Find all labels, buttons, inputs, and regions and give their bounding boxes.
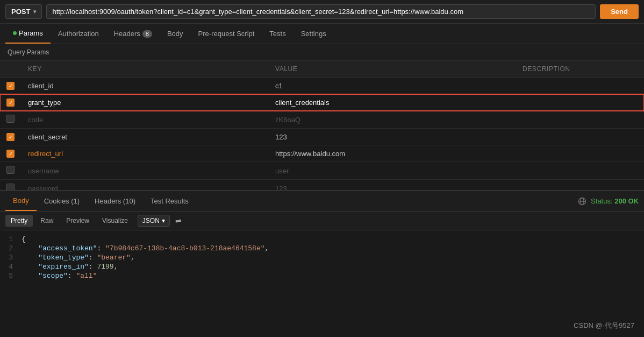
line-content: "access_token": "7b984c67-138b-4ac8-b013…	[22, 244, 269, 252]
response-format-tabs: Pretty Raw Preview Visualize JSON ▾ ⇌	[0, 212, 644, 230]
line-content: {	[22, 235, 26, 243]
row-key: grant_type	[22, 94, 269, 111]
tab-headers[interactable]: Headers 8	[106, 24, 160, 43]
url-bar: POST ▾ Send	[0, 0, 644, 24]
row-description	[516, 78, 644, 94]
headers-badge: 8	[142, 30, 152, 38]
params-table-container: KEY VALUE DESCRIPTION client_idc1grant_t…	[0, 61, 644, 190]
line-content: "expires_in": 7199,	[22, 263, 118, 271]
tab-params[interactable]: Params	[5, 24, 51, 44]
res-tab-preview[interactable]: Preview	[61, 215, 95, 227]
row-key: redirect_url	[22, 145, 269, 162]
code-line: 1{	[0, 235, 644, 244]
tab-test-results[interactable]: Test Results	[143, 192, 196, 210]
method-label: POST	[11, 8, 30, 16]
params-table: KEY VALUE DESCRIPTION client_idc1grant_t…	[0, 61, 644, 190]
wrap-icon[interactable]: ⇌	[172, 215, 185, 227]
row-checkbox[interactable]	[6, 133, 15, 141]
row-description	[516, 111, 644, 129]
tab-body[interactable]: Body	[160, 24, 191, 43]
tab-prerequest[interactable]: Pre-request Script	[191, 24, 262, 43]
code-line: 3 "token_type": "bearer",	[0, 253, 644, 262]
line-number: 4	[0, 263, 22, 271]
col-description: DESCRIPTION	[516, 61, 644, 78]
tab-settings[interactable]: Settings	[294, 24, 334, 43]
chevron-down-icon: ▾	[33, 9, 36, 15]
row-description	[516, 180, 644, 191]
row-checkbox[interactable]	[6, 184, 15, 190]
table-row: usernameuser	[0, 162, 644, 180]
code-area: 1{2 "access_token": "7b984c67-138b-4ac8-…	[0, 230, 644, 285]
bottom-tabs-row: Body Cookies (1) Headers (10) Test Resul…	[0, 191, 644, 212]
code-line: 4 "expires_in": 7199,	[0, 262, 644, 271]
row-value: user	[269, 162, 516, 180]
code-line: 5 "scope": "all"	[0, 271, 644, 280]
table-row: password123	[0, 180, 644, 191]
url-input[interactable]	[46, 4, 596, 19]
row-checkbox[interactable]	[6, 150, 15, 158]
table-row: client_secret123	[0, 129, 644, 145]
col-value: VALUE	[269, 61, 516, 78]
main-tabs: Params Authorization Headers 8 Body Pre-…	[0, 24, 644, 44]
row-value: 123	[269, 129, 516, 145]
line-content: "scope": "all"	[22, 272, 97, 280]
chevron-json-icon: ▾	[162, 217, 165, 224]
row-key: code	[22, 111, 269, 129]
row-value: 123	[269, 180, 516, 191]
tab-authorization[interactable]: Authorization	[51, 24, 106, 43]
tab-cookies[interactable]: Cookies (1)	[37, 192, 87, 210]
globe-icon	[578, 197, 586, 206]
bottom-section: Body Cookies (1) Headers (10) Test Resul…	[0, 190, 644, 285]
row-value: c1	[269, 78, 516, 94]
row-description	[516, 94, 644, 111]
watermark: CSDN @-代号9527	[574, 321, 634, 331]
status-text: Status: 200 OK	[591, 197, 639, 205]
code-line: 2 "access_token": "7b984c67-138b-4ac8-b0…	[0, 244, 644, 253]
table-row: grant_typeclient_credentials	[0, 94, 644, 111]
query-params-label: Query Params	[0, 44, 644, 61]
row-value: https://www.baidu.com	[269, 145, 516, 162]
res-tab-pretty[interactable]: Pretty	[5, 215, 33, 227]
row-key: username	[22, 162, 269, 180]
row-checkbox[interactable]	[6, 82, 15, 90]
send-button[interactable]: Send	[600, 4, 639, 19]
status-area: Status: 200 OK	[578, 197, 639, 206]
line-number: 1	[0, 235, 22, 243]
row-checkbox[interactable]	[6, 166, 15, 174]
row-checkbox[interactable]	[6, 115, 15, 123]
line-number: 2	[0, 244, 22, 252]
col-checkbox	[0, 61, 22, 78]
res-tab-raw[interactable]: Raw	[35, 215, 59, 227]
row-value: client_credentials	[269, 94, 516, 111]
params-dot	[13, 31, 17, 35]
row-key: client_id	[22, 78, 269, 94]
row-key: password	[22, 180, 269, 191]
table-row: redirect_urlhttps://www.baidu.com	[0, 145, 644, 162]
tab-tests[interactable]: Tests	[262, 24, 293, 43]
row-description	[516, 129, 644, 145]
method-select[interactable]: POST ▾	[5, 4, 42, 19]
line-content: "token_type": "bearer",	[22, 254, 135, 262]
line-number: 3	[0, 254, 22, 262]
res-tab-visualize[interactable]: Visualize	[97, 215, 133, 227]
row-key: client_secret	[22, 129, 269, 145]
row-description	[516, 162, 644, 180]
row-checkbox[interactable]	[6, 99, 15, 107]
table-row: client_idc1	[0, 78, 644, 94]
line-number: 5	[0, 272, 22, 280]
tab-response-headers[interactable]: Headers (10)	[87, 192, 143, 210]
tab-response-body[interactable]: Body	[5, 191, 37, 211]
row-description	[516, 145, 644, 162]
col-key: KEY	[22, 61, 269, 78]
format-select[interactable]: JSON ▾	[138, 215, 170, 227]
row-value: zK6oaQ	[269, 111, 516, 129]
table-row: codezK6oaQ	[0, 111, 644, 129]
